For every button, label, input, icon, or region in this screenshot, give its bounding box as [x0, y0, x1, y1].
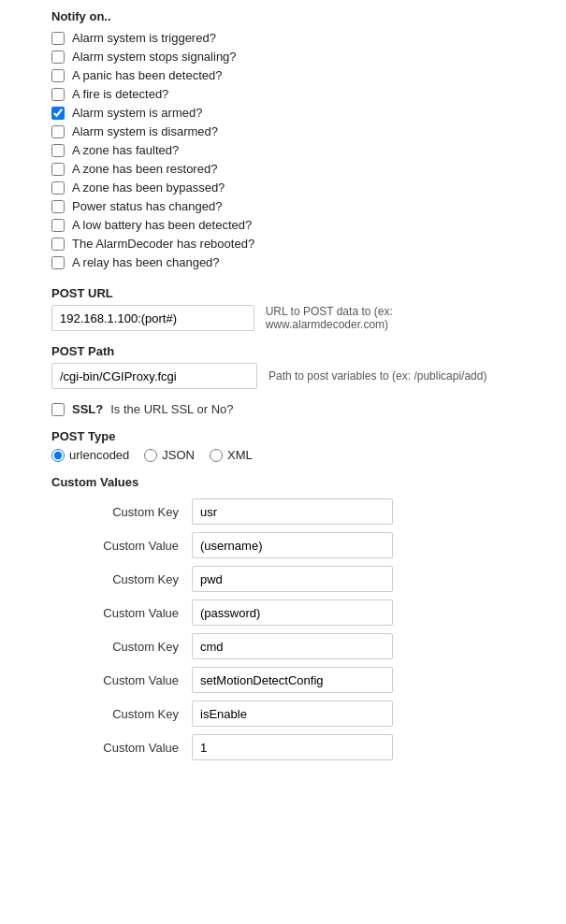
ssl-checkbox[interactable]	[51, 403, 65, 416]
checkbox-cb2[interactable]	[51, 51, 65, 64]
post-path-row: Path to post variables to (ex: /publicap…	[51, 363, 515, 389]
custom-values-title: Custom Values	[51, 475, 515, 489]
custom-key-input-1[interactable]	[192, 566, 393, 592]
custom-key-row-1: Custom Key	[51, 566, 515, 592]
post-path-input[interactable]	[51, 363, 257, 389]
custom-val-input-0[interactable]	[192, 532, 393, 558]
post-url-section: POST URL URL to POST data to (ex: www.al…	[51, 286, 515, 331]
checkbox-row: A relay has been changed?	[51, 255, 515, 269]
custom-val-label-1: Custom Value	[51, 606, 192, 620]
custom-key-input-2[interactable]	[192, 633, 393, 659]
checkbox-cb6[interactable]	[51, 125, 65, 138]
post-path-label: POST Path	[51, 344, 515, 358]
custom-key-row-0: Custom Key	[51, 498, 515, 525]
checkbox-label-cb7: A zone has faulted?	[72, 143, 179, 157]
custom-key-input-3[interactable]	[192, 700, 393, 727]
radio-label-xml: XML	[227, 448, 253, 462]
radio-row: urlencodedJSONXML	[51, 448, 515, 462]
checkbox-label-cb11: A low battery has been detected?	[72, 218, 252, 232]
checkbox-row: The AlarmDecoder has rebooted?	[51, 237, 515, 251]
custom-key-row-3: Custom Key	[51, 700, 515, 727]
checkbox-row: A fire is detected?	[51, 87, 515, 101]
checkbox-row: A panic has been detected?	[51, 68, 515, 82]
checkbox-row: Alarm system is disarmed?	[51, 124, 515, 138]
custom-key-label-0: Custom Key	[51, 505, 192, 519]
checkbox-cb13[interactable]	[51, 256, 65, 269]
checkbox-label-cb10: Power status has changed?	[72, 199, 222, 213]
radio-option-urlencoded: urlencoded	[51, 448, 129, 462]
custom-key-label-1: Custom Key	[51, 572, 192, 586]
checkbox-label-cb6: Alarm system is disarmed?	[72, 124, 218, 138]
post-url-row: URL to POST data to (ex: www.alarmdecode…	[51, 305, 515, 331]
radio-label-urlencoded: urlencoded	[69, 448, 129, 462]
checkbox-row: A zone has faulted?	[51, 143, 515, 157]
post-path-hint: Path to post variables to (ex: /publicap…	[268, 369, 486, 383]
radio-option-json: JSON	[144, 448, 195, 462]
checkbox-label-cb1: Alarm system is triggered?	[72, 31, 216, 45]
custom-val-row-0: Custom Value	[51, 532, 515, 558]
post-type-label: POST Type	[51, 429, 515, 443]
checkbox-label-cb12: The AlarmDecoder has rebooted?	[72, 237, 254, 251]
checkbox-row: A zone has been restored?	[51, 162, 515, 176]
ssl-label: SSL?	[72, 402, 103, 416]
custom-val-label-3: Custom Value	[51, 741, 192, 755]
custom-key-input-0[interactable]	[192, 498, 393, 525]
custom-val-input-2[interactable]	[192, 667, 393, 693]
radio-option-xml: XML	[210, 448, 253, 462]
radio-xml[interactable]	[210, 449, 223, 462]
checkbox-label-cb9: A zone has been bypassed?	[72, 180, 225, 195]
custom-val-label-2: Custom Value	[51, 673, 192, 687]
checkbox-row: Power status has changed?	[51, 199, 515, 213]
checkbox-row: A low battery has been detected?	[51, 218, 515, 232]
checkbox-cb8[interactable]	[51, 163, 65, 176]
radio-urlencoded[interactable]	[51, 449, 65, 462]
custom-val-row-2: Custom Value	[51, 667, 515, 693]
ssl-hint: Is the URL SSL or No?	[110, 402, 233, 416]
checkbox-cb12[interactable]	[51, 238, 65, 251]
post-url-label: POST URL	[51, 286, 515, 300]
checkbox-cb5[interactable]	[51, 107, 65, 120]
custom-values-section: Custom Values Custom KeyCustom ValueCust…	[51, 475, 515, 760]
custom-key-label-2: Custom Key	[51, 640, 192, 654]
radio-json[interactable]	[144, 449, 157, 462]
checkbox-row: Alarm system is triggered?	[51, 31, 515, 45]
notify-title: Notify on..	[51, 9, 515, 23]
custom-val-row-1: Custom Value	[51, 599, 515, 626]
main-container: Notify on.. Alarm system is triggered?Al…	[0, 0, 566, 787]
checkbox-label-cb3: A panic has been detected?	[72, 68, 222, 82]
post-url-hint: URL to POST data to (ex: www.alarmdecode…	[266, 305, 515, 331]
checkbox-cb3[interactable]	[51, 69, 65, 82]
checkbox-cb11[interactable]	[51, 219, 65, 232]
checkbox-label-cb2: Alarm system stops signaling?	[72, 50, 237, 64]
checkbox-label-cb4: A fire is detected?	[72, 87, 168, 101]
post-type-section: POST Type urlencodedJSONXML	[51, 429, 515, 462]
custom-val-input-3[interactable]	[192, 734, 393, 760]
checkbox-label-cb8: A zone has been restored?	[72, 162, 217, 176]
checkbox-label-cb13: A relay has been changed?	[72, 255, 220, 269]
radio-label-json: JSON	[162, 448, 195, 462]
custom-val-input-1[interactable]	[192, 599, 393, 626]
checkbox-cb7[interactable]	[51, 144, 65, 157]
checkbox-row: A zone has been bypassed?	[51, 180, 515, 195]
checkbox-cb1[interactable]	[51, 32, 65, 45]
custom-val-label-0: Custom Value	[51, 539, 192, 553]
ssl-row: SSL? Is the URL SSL or No?	[51, 402, 515, 416]
custom-values-container: Custom KeyCustom ValueCustom KeyCustom V…	[51, 498, 515, 760]
custom-key-row-2: Custom Key	[51, 633, 515, 659]
checkbox-cb4[interactable]	[51, 88, 65, 101]
checkbox-row: Alarm system stops signaling?	[51, 50, 515, 64]
checkbox-cb10[interactable]	[51, 200, 65, 213]
custom-val-row-3: Custom Value	[51, 734, 515, 760]
checkbox-row: Alarm system is armed?	[51, 106, 515, 120]
custom-key-label-3: Custom Key	[51, 707, 192, 721]
post-path-section: POST Path Path to post variables to (ex:…	[51, 344, 515, 389]
checkbox-cb9[interactable]	[51, 181, 65, 195]
post-url-input[interactable]	[51, 305, 254, 331]
checkboxes-container: Alarm system is triggered?Alarm system s…	[51, 31, 515, 269]
notify-section: Notify on.. Alarm system is triggered?Al…	[51, 9, 515, 269]
checkbox-label-cb5: Alarm system is armed?	[72, 106, 202, 120]
